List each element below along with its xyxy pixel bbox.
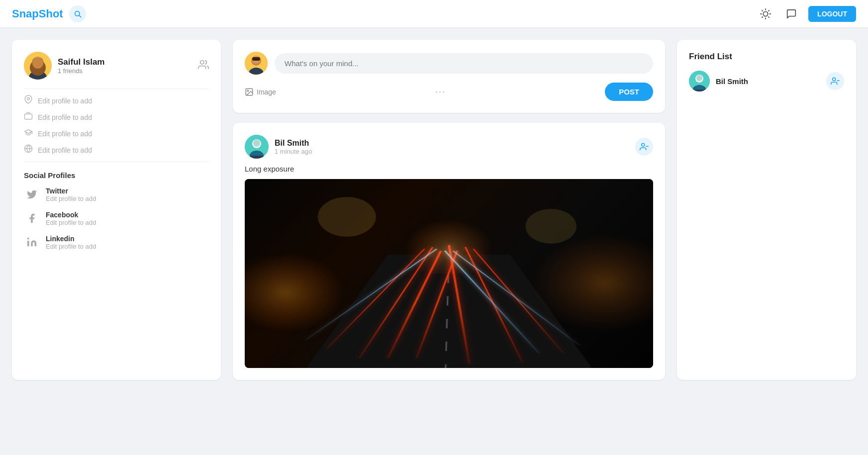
app-logo: SnapShot — [12, 7, 63, 20]
profile-info: Saiful Islam 1 friends — [58, 57, 104, 75]
social-twitter: Twitter Edit profile to add — [24, 186, 209, 202]
unfriend-button[interactable] — [635, 138, 653, 156]
social-facebook: Facebook Edit profile to add — [24, 210, 209, 226]
svg-line-9 — [762, 16, 763, 17]
profile-name: Saiful Islam — [58, 57, 104, 67]
post-header-left: Bil Smith 1 minute ago — [245, 135, 312, 159]
profile-friends-count: 1 friends — [58, 67, 104, 75]
twitter-info: Twitter Edit profile to add — [46, 187, 96, 202]
more-options-button[interactable]: ··· — [435, 87, 446, 97]
divider-1 — [24, 89, 209, 89]
middle-panel: Image ··· POST — [233, 40, 665, 380]
profile-location: Edit profile to add — [24, 95, 209, 106]
post-input[interactable] — [275, 53, 653, 74]
post-card: Bil Smith 1 minute ago Long exposure — [233, 123, 665, 380]
svg-point-39 — [696, 75, 702, 81]
profile-work: Edit profile to add — [24, 111, 209, 123]
svg-rect-15 — [33, 59, 42, 63]
twitter-sub: Edit profile to add — [46, 195, 96, 202]
manage-friends-icon — [198, 59, 209, 70]
facebook-info: Facebook Edit profile to add — [46, 211, 96, 226]
image-button[interactable]: Image — [245, 88, 276, 96]
post-author-name: Bil Smith — [275, 139, 312, 148]
svg-point-29 — [247, 90, 248, 91]
svg-line-6 — [769, 16, 769, 17]
logout-button[interactable]: LOGOUT — [808, 6, 856, 22]
friend-name: Bil Smith — [716, 77, 748, 86]
header-right: LOGOUT — [757, 5, 856, 23]
svg-point-12 — [32, 57, 44, 69]
main-layout: Saiful Islam 1 friends Edit profile to a… — [0, 28, 868, 392]
work-text: Edit profile to add — [38, 113, 92, 121]
friend-avatar-svg — [689, 71, 710, 91]
location-text: Edit profile to add — [38, 97, 92, 105]
right-panel: Friend List Bil Smith — [677, 40, 856, 380]
post-author-meta: Bil Smith 1 minute ago — [275, 139, 312, 155]
education-icon — [24, 128, 33, 139]
user-avatar-svg — [245, 52, 268, 75]
post-author-avatar — [245, 135, 269, 159]
profile-education: Edit profile to add — [24, 128, 209, 139]
bil-smith-avatar-svg — [245, 135, 269, 159]
image-label: Image — [257, 88, 276, 96]
svg-point-13 — [29, 71, 47, 80]
social-linkedin: Linkedin Edit profile to add — [24, 234, 209, 250]
dots-icon: ··· — [435, 87, 446, 96]
svg-point-17 — [27, 97, 30, 100]
post-image — [245, 179, 653, 368]
post-button[interactable]: POST — [605, 83, 653, 101]
profile-website: Edit profile to add — [24, 144, 209, 156]
linkedin-icon — [24, 234, 40, 250]
svg-point-11 — [24, 52, 52, 80]
friend-item-left: Bil Smith — [689, 71, 748, 91]
sun-icon — [760, 8, 771, 19]
website-text: Edit profile to add — [38, 146, 92, 154]
post-time: 1 minute ago — [275, 148, 312, 155]
post-box: Image ··· POST — [233, 40, 665, 113]
unfriend-icon — [640, 142, 649, 151]
friend-unfriend-button[interactable] — [826, 72, 844, 90]
svg-rect-21 — [27, 241, 29, 246]
facebook-name: Facebook — [46, 211, 96, 219]
twitter-icon — [24, 186, 40, 202]
social-profiles-section: Social Profiles Twitter Edit profile to … — [24, 171, 209, 250]
post-header: Bil Smith 1 minute ago — [245, 135, 653, 159]
social-profiles-title: Social Profiles — [24, 171, 209, 180]
svg-line-10 — [769, 10, 769, 10]
theme-toggle-button[interactable] — [757, 5, 774, 23]
svg-point-16 — [200, 60, 204, 64]
search-button[interactable] — [69, 5, 86, 22]
chat-button[interactable] — [782, 5, 800, 23]
user-avatar — [24, 52, 52, 80]
work-icon — [24, 111, 33, 123]
header-left: SnapShot — [12, 5, 86, 22]
education-text: Edit profile to add — [38, 130, 92, 138]
svg-point-14 — [33, 57, 42, 66]
svg-rect-27 — [252, 57, 260, 61]
facebook-sub: Edit profile to add — [46, 219, 96, 226]
post-box-bottom: Image ··· POST — [245, 83, 653, 101]
svg-point-33 — [253, 140, 260, 147]
header: SnapShot LOGOUT — [0, 0, 868, 28]
linkedin-sub: Edit profile to add — [46, 243, 96, 250]
post-image-canvas — [245, 179, 653, 368]
profile-header: Saiful Islam 1 friends — [24, 52, 209, 80]
svg-point-40 — [833, 78, 836, 81]
linkedin-name: Linkedin — [46, 235, 96, 243]
svg-line-5 — [762, 10, 763, 10]
friend-list-title: Friend List — [689, 52, 844, 62]
friend-unfriend-icon — [831, 77, 840, 86]
manage-friends-button[interactable] — [198, 59, 209, 73]
location-icon — [24, 95, 33, 106]
friend-item: Bil Smith — [689, 71, 844, 91]
website-icon — [24, 144, 33, 156]
search-icon — [74, 10, 82, 18]
user-post-avatar — [245, 52, 268, 75]
left-panel: Saiful Islam 1 friends Edit profile to a… — [12, 40, 221, 380]
svg-point-2 — [764, 11, 768, 16]
post-caption: Long exposure — [245, 165, 653, 173]
profile-header-left: Saiful Islam 1 friends — [24, 52, 104, 80]
twitter-name: Twitter — [46, 187, 96, 195]
svg-line-1 — [79, 15, 81, 17]
avatar-person-svg — [24, 52, 52, 80]
